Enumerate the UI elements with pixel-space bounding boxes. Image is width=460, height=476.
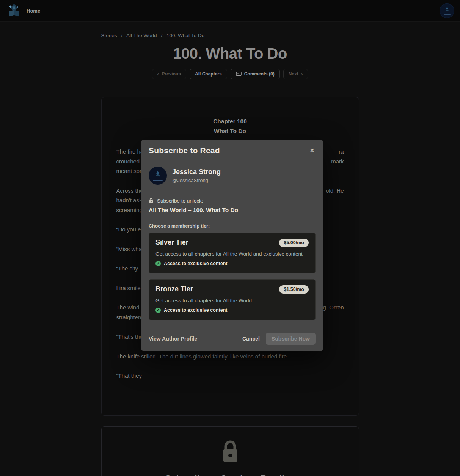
breadcrumb-story[interactable]: All The World bbox=[126, 33, 157, 38]
tier-name: Bronze Tier bbox=[155, 285, 193, 293]
feature-label: Access to exclusive content bbox=[164, 308, 227, 313]
tier-feature: ✓ Access to exclusive content bbox=[155, 308, 309, 313]
feature-label: Access to exclusive content bbox=[164, 261, 227, 266]
story-line: “That they bbox=[116, 371, 344, 381]
site-logo[interactable] bbox=[6, 2, 22, 19]
page-title: 100. What To Do bbox=[101, 45, 359, 62]
lock-icon bbox=[220, 440, 240, 465]
chapter-nav: ‹ Previous All Chapters Comments (0) Nex… bbox=[101, 69, 359, 79]
tier-price-badge: $1.50/mo bbox=[279, 285, 309, 294]
close-icon[interactable]: ✕ bbox=[309, 147, 316, 155]
book-flame-logo-icon bbox=[7, 2, 21, 19]
tier-list: Silver Tier $5.00/mo Get access to all c… bbox=[141, 229, 323, 320]
check-circle-icon: ✓ bbox=[155, 261, 161, 266]
author-row: Jessica Strong @JessicaStrong bbox=[141, 161, 323, 191]
lock-icon bbox=[149, 198, 154, 204]
breadcrumb-separator: / bbox=[121, 33, 122, 38]
modal-footer: View Author Profile Cancel Subscribe Now bbox=[141, 327, 323, 351]
tier-description: Get access to all chapters for All the W… bbox=[155, 251, 309, 257]
choose-tier-label: Choose a membership tier: bbox=[149, 223, 316, 229]
avatar-flame-icon bbox=[444, 6, 450, 13]
header-divider bbox=[101, 86, 359, 86]
paywall-heading: Subscribe to Continue Reading bbox=[113, 474, 347, 476]
view-author-profile-link[interactable]: View Author Profile bbox=[149, 336, 197, 342]
story-line: ... bbox=[116, 391, 344, 401]
page: Home Stories / All The World / 100. What… bbox=[0, 0, 460, 476]
modal-header: Subscribe to Read ✕ bbox=[141, 140, 323, 161]
tier-top: Silver Tier $5.00/mo bbox=[155, 239, 309, 247]
author-name: Jessica Strong bbox=[172, 168, 221, 176]
chapter-subheading: What To Do bbox=[116, 126, 344, 136]
breadcrumb: Stories / All The World / 100. What To D… bbox=[101, 33, 359, 38]
avatar-flame-icon bbox=[154, 171, 161, 179]
author-handle: @JessicaStrong bbox=[172, 178, 221, 183]
nav-home-link[interactable]: Home bbox=[27, 8, 40, 14]
chevron-right-icon: › bbox=[301, 71, 303, 77]
comments-button[interactable]: Comments (0) bbox=[231, 69, 280, 79]
tier-feature: ✓ Access to exclusive content bbox=[155, 261, 309, 266]
chapter-heading: Chapter 100 bbox=[116, 116, 344, 126]
avatar-caption-texture bbox=[444, 14, 451, 15]
next-chapter-button[interactable]: Next › bbox=[283, 69, 308, 79]
footer-actions: Cancel Subscribe Now bbox=[242, 333, 316, 345]
unlock-label: Subscribe to unlock: bbox=[157, 198, 203, 204]
breadcrumb-stories[interactable]: Stories bbox=[101, 33, 117, 38]
previous-chapter-button[interactable]: ‹ Previous bbox=[152, 69, 186, 79]
cancel-button[interactable]: Cancel bbox=[242, 336, 260, 342]
author-avatar[interactable] bbox=[149, 167, 167, 185]
unlock-row: Subscribe to unlock: bbox=[149, 198, 316, 204]
user-avatar[interactable] bbox=[440, 4, 454, 18]
comment-bubble-icon bbox=[236, 72, 242, 77]
navbar: Home bbox=[0, 0, 460, 22]
tier-top: Bronze Tier $1.50/mo bbox=[155, 285, 309, 294]
all-chapters-button[interactable]: All Chapters bbox=[190, 69, 227, 79]
tier-card-bronze[interactable]: Bronze Tier $1.50/mo Get access to all c… bbox=[149, 279, 316, 320]
tier-price-badge: $5.00/mo bbox=[279, 239, 309, 247]
tier-description: Get access to all chapters for All the W… bbox=[155, 298, 309, 303]
check-circle-icon: ✓ bbox=[155, 308, 161, 313]
tier-name: Silver Tier bbox=[155, 239, 188, 247]
subscribe-modal: Subscribe to Read ✕ Jessica Strong @Jess… bbox=[141, 140, 323, 351]
story-line: The knife stilled. The dirt lines glowed… bbox=[116, 352, 344, 361]
breadcrumb-chapter: 100. What To Do bbox=[166, 33, 204, 38]
modal-title: Subscribe to Read bbox=[149, 146, 220, 155]
paywall-card: Subscribe to Continue Reading Unlock thi… bbox=[101, 426, 359, 476]
avatar-caption-texture bbox=[153, 180, 163, 181]
chevron-left-icon: ‹ bbox=[157, 71, 159, 77]
subscribe-now-button[interactable]: Subscribe Now bbox=[266, 333, 316, 345]
tier-card-silver[interactable]: Silver Tier $5.00/mo Get access to all c… bbox=[149, 233, 316, 273]
unlock-title: All The World – 100. What To Do bbox=[149, 207, 316, 214]
unlock-section: Subscribe to unlock: All The World – 100… bbox=[141, 191, 323, 229]
author-info: Jessica Strong @JessicaStrong bbox=[172, 168, 221, 183]
breadcrumb-separator: / bbox=[161, 33, 162, 38]
